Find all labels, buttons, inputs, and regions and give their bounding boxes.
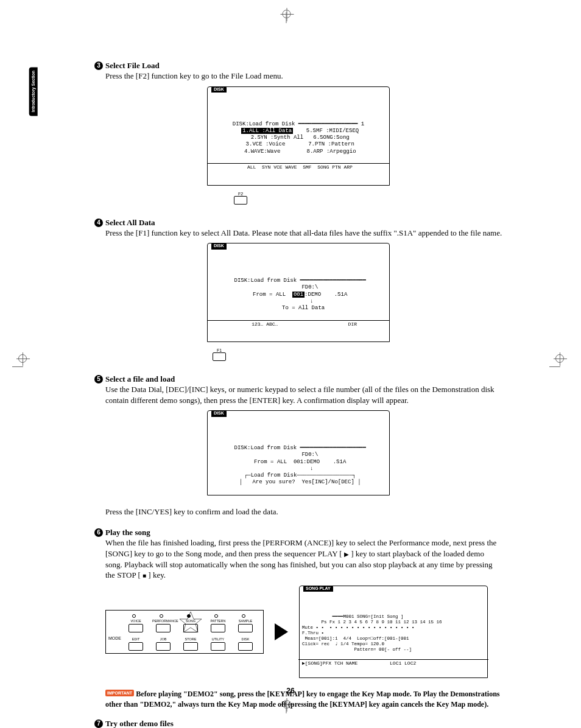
lcd-line: From = ALL 001:DEMO .S1A: [250, 292, 348, 298]
lcd-song-play: SONG PLAY ━━━━M001 SONG=[Init Song ] Ps …: [299, 586, 488, 679]
diagram-row: MODE VOICE PERFORMANCE SONG PATTERN SAMP…: [105, 586, 502, 679]
lcd-line: Click= rec ♩ 1/4 Tempo= 120.0: [302, 642, 384, 646]
lcd-footer: ALL SYN VCE WAVE SMF SONG PTN ARP: [208, 163, 389, 171]
panel-btn-store: STORE: [180, 637, 202, 641]
lcd-line: ↓: [284, 466, 314, 472]
lcd-tab: DISK: [211, 410, 227, 417]
panel-btn-utility: UTILITY: [207, 637, 229, 641]
lcd-line: FD0:\: [279, 452, 319, 458]
step-7-heading: 7Try other demo files: [94, 719, 502, 728]
lcd-line: ┌─Load from Disk─────────────────┐: [241, 472, 356, 478]
lcd-line: Ps Fx 1 2 3 4 5 6 7 8 9 10 11 12 13 14 1…: [302, 620, 442, 625]
lcd-file-load: DISK DISK:Load from Disk ━━━━━━━━━━━━━━━…: [207, 86, 390, 186]
page-content: 3Select File Load Press the [F2] functio…: [94, 61, 502, 728]
lcd-all-data: DISK DISK:Load from Disk ━━━━━━━━━━━━━━━…: [207, 243, 390, 342]
f2-label: F2: [234, 192, 247, 196]
panel-btn-edit: EDIT: [125, 637, 147, 641]
step-4-body: Press the [F1] function key to select Al…: [105, 228, 502, 239]
lcd-line: From = ALL 001:DEMO .S1A: [251, 459, 347, 465]
panel-btn-song: SONG: [180, 619, 202, 623]
crop-mark-right: [549, 359, 569, 369]
crop-mark-left: [12, 359, 32, 369]
panel-btn-job: JOB: [152, 637, 174, 641]
step-6-number: 6: [94, 528, 103, 537]
lcd-line: 2.SYN :Synth All 6.SONG:Song: [247, 135, 349, 141]
lcd-line: 4.WAVE:Wave 8.ARP :Arpeggio: [241, 149, 356, 155]
panel-btn-pattern: PATTERN: [207, 619, 229, 623]
lcd-footer: ▶[SONG]PFX TCH NAME LOC1 LOC2: [298, 659, 488, 667]
step-3-number: 3: [94, 61, 103, 70]
mode-panel: MODE VOICE PERFORMANCE SONG PATTERN SAMP…: [105, 610, 264, 654]
step-3-title: Select File Load: [105, 61, 160, 70]
f1-key-icon: [213, 352, 226, 361]
step-3: 3Select File Load Press the [F2] functio…: [94, 61, 502, 207]
lcd-line: Meas=[001]:1 4/4 Loop=□off:[001-[001: [302, 636, 409, 641]
important-tag: IMPORTANT: [105, 690, 134, 696]
section-tab: Introductory Section: [29, 67, 38, 116]
important-text: Before playing "DEMO2" song, press the […: [105, 690, 500, 709]
panel-btn-performance: PERFORMANCE: [152, 619, 174, 623]
lcd-line: ↓: [284, 298, 314, 304]
play-icon: ▶: [344, 551, 349, 558]
page-number: 26: [286, 687, 294, 695]
step-6-body: When the file has finished loading, firs…: [105, 537, 502, 580]
step-5-body: Use the Data Dial, [DEC]/[INC] keys, or …: [105, 384, 502, 405]
lcd-line: ━━━━M001 SONG=[Init Song ]: [302, 614, 404, 619]
step-4-title: Select All Data: [105, 218, 155, 227]
lcd-line: │ Are you sure? Yes[INC]/No[DEC] │: [236, 479, 361, 485]
lcd-line: To = All Data: [272, 305, 325, 311]
lcd-line: DISK:Load from Disk: [231, 278, 297, 284]
step-4-number: 4: [94, 219, 103, 227]
lcd-line: FD0:\: [279, 284, 319, 290]
step-6-heading: 6Play the song: [94, 528, 502, 537]
step-5: 5Select a file and load Use the Data Dia…: [94, 374, 502, 517]
lcd-line: DISK:Load from Disk: [231, 445, 297, 451]
lcd-line: F.Thru ▪: [302, 631, 324, 635]
step-5-heading: 5Select a file and load: [94, 374, 502, 384]
important-note: IMPORTANT Before playing "DEMO2" song, p…: [105, 689, 502, 709]
lcd-line: Mute ▪ ▪ ▪ ▪ ▪ ▪ ▪ ▪ ▪ ▪ ▪ ▪ ▪ ▪ ▪ ▪ ▪ ▪: [302, 625, 415, 630]
step-3-heading: 3Select File Load: [94, 61, 502, 71]
f2-key-icon: [234, 196, 247, 205]
fkey-indicator: F2: [234, 192, 247, 207]
step-6-title: Play the song: [105, 528, 150, 537]
step-7-title: Try other demo files: [105, 719, 174, 728]
fkey-indicator: F1: [213, 348, 226, 363]
lcd-confirm: DISK DISK:Load from Disk ━━━━━━━━━━━━━━━…: [207, 410, 390, 495]
step-5-title: Select a file and load: [105, 374, 175, 383]
step-7-number: 7: [94, 719, 103, 728]
panel-btn-sample: SAMPLE: [234, 619, 256, 623]
lcd-footer: 123… ABC… DIR: [208, 320, 389, 328]
lcd-line: 3.VCE :Voice 7.PTN :Pattern: [242, 141, 354, 147]
lcd-line: 1.ALL :All Data 5.SMF :MIDI/ESEQ: [238, 128, 359, 134]
lcd-line: DISK:Load from Disk ━━━━━━━━━━━━━━━━━━ 1: [229, 121, 367, 127]
step-5-followup: Press the [INC/YES] key to confirm and l…: [105, 506, 502, 517]
mode-label: MODE: [108, 636, 121, 640]
step-7: 7Try other demo files Go back to the Dis…: [94, 719, 502, 728]
crop-mark-top: [286, 12, 295, 26]
step-6: 6Play the song When the file has finishe…: [94, 528, 502, 678]
panel-btn-disk: DISK: [234, 637, 256, 641]
step-4-heading: 4Select All Data: [94, 218, 502, 228]
step-3-body: Press the [F2] function key to go to the…: [105, 71, 502, 82]
lcd-tab: DISK: [211, 243, 227, 250]
f1-label: F1: [213, 348, 226, 352]
arrow-right-icon: [275, 623, 288, 640]
step-4: 4Select All Data Press the [F1] function…: [94, 218, 502, 364]
lcd-tab: DISK: [211, 86, 227, 93]
lcd-line: Pattern= 00[- off --]: [302, 647, 412, 652]
step-5-number: 5: [94, 375, 103, 383]
lcd-tab: SONG PLAY: [303, 586, 333, 592]
panel-btn-voice: VOICE: [125, 619, 147, 623]
